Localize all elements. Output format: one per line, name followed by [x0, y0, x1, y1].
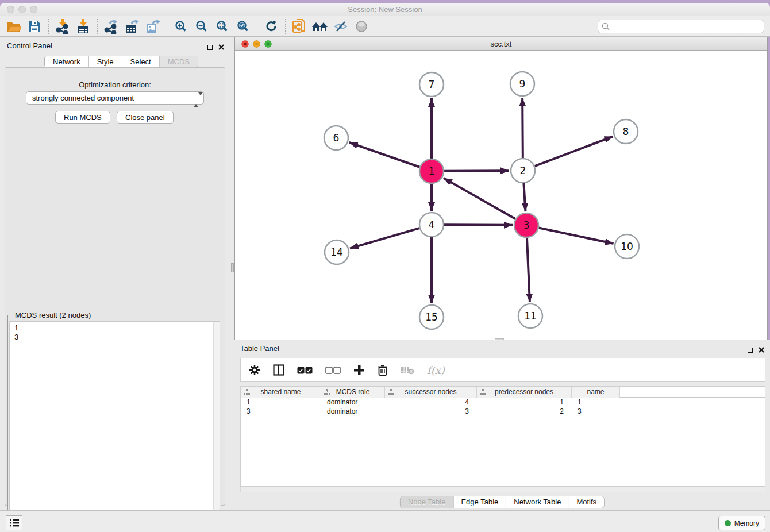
table-toolbar: f(x): [240, 358, 765, 382]
export-image-button[interactable]: [143, 17, 163, 36]
graph-node-label: 8: [623, 126, 629, 137]
graph-edge-2-3[interactable]: [523, 183, 525, 211]
import-table-button[interactable]: [73, 17, 94, 36]
zoom-selected-button[interactable]: [233, 17, 253, 36]
zoom-in-icon: [175, 20, 187, 33]
vertical-splitter[interactable]: [230, 37, 234, 510]
export-table-button[interactable]: [122, 17, 143, 36]
import-network-button[interactable]: [52, 17, 73, 36]
cell-name: 3: [572, 407, 620, 416]
graph-node-label: 3: [523, 219, 530, 231]
tab-motifs[interactable]: Motifs: [569, 496, 604, 508]
memory-label: Memory: [734, 519, 759, 527]
visibility-button[interactable]: [351, 17, 372, 36]
run-mcds-button[interactable]: Run MCDS: [55, 111, 110, 124]
open-folder-icon: [6, 20, 21, 33]
tab-edge-table[interactable]: Edge Table: [453, 496, 506, 508]
deselect-all-button[interactable]: [325, 367, 341, 374]
tab-network[interactable]: Network: [45, 56, 89, 67]
close-panel-action-button[interactable]: Close panel: [117, 111, 174, 124]
network-graph[interactable]: 7968124314101511: [235, 51, 767, 340]
table-panel-title: Table Panel: [240, 344, 279, 353]
cell-mcds-role: dominator: [321, 407, 385, 416]
show-columns-button[interactable]: [273, 364, 284, 376]
table-panel: Table Panel: [234, 340, 770, 510]
plus-icon: [353, 364, 365, 376]
add-row-button[interactable]: [353, 364, 365, 376]
network-files-button[interactable]: [289, 17, 310, 36]
apply-layout-button[interactable]: [261, 17, 282, 36]
table-row[interactable]: 3 dominator 3 2 3: [241, 407, 765, 416]
table-tabs: Node Table Edge Table Network Table Moti…: [400, 496, 605, 508]
memory-status-icon: [725, 520, 731, 526]
float-icon: [748, 348, 753, 353]
graph-edge-1-2[interactable]: [444, 171, 509, 171]
gear-icon: [249, 364, 260, 376]
graph-node-label: 15: [425, 311, 438, 323]
status-bar: Memory: [0, 510, 770, 532]
graph-edge-4-3[interactable]: [444, 225, 513, 225]
table-settings-button[interactable]: [249, 364, 260, 376]
result-scrollbar[interactable]: [213, 322, 220, 531]
node-table[interactable]: shared name MCDS role successor nodes pr…: [240, 386, 765, 487]
graph-edge-3-10[interactable]: [539, 228, 614, 244]
tab-select[interactable]: Select: [122, 56, 160, 67]
graph-edge-3-1[interactable]: [444, 178, 515, 219]
table-row[interactable]: 1 dominator 4 1 1: [241, 398, 765, 407]
column-header-predecessor-nodes[interactable]: predecessor nodes: [477, 387, 572, 398]
zoom-out-button[interactable]: [191, 17, 212, 36]
close-icon: [218, 44, 224, 50]
task-history-button[interactable]: [6, 515, 22, 530]
column-header-mcds-role[interactable]: MCDS role: [321, 387, 385, 398]
network-canvas[interactable]: 7968124314101511: [235, 51, 767, 340]
function-builder-button[interactable]: f(x): [427, 364, 445, 376]
network-view-window: scc.txt 7968124314101511: [234, 37, 768, 340]
cell-predecessor-nodes: 1: [477, 398, 572, 407]
float-table-panel-button[interactable]: [748, 345, 753, 355]
table-horizontal-scrollbar[interactable]: [240, 487, 765, 492]
memory-button[interactable]: Memory: [718, 516, 765, 530]
mcds-result-text: 1 3: [9, 321, 220, 532]
select-all-button[interactable]: [297, 367, 313, 374]
close-panel-button[interactable]: [218, 42, 224, 52]
graph-edge-4-14[interactable]: [350, 228, 419, 248]
window-title: Session: New Session: [0, 3, 770, 16]
cell-shared-name: 3: [241, 407, 321, 416]
dropdown-stepper-icon: [194, 94, 199, 106]
tab-node-table[interactable]: Node Table: [401, 496, 454, 508]
column-header-name[interactable]: name: [572, 387, 620, 398]
optimization-criterion-dropdown[interactable]: strongly connected component: [26, 91, 204, 105]
columns-icon: [273, 364, 284, 376]
column-header-successor-nodes[interactable]: successor nodes: [385, 387, 477, 398]
zoom-in-button[interactable]: [171, 17, 191, 36]
export-network-button[interactable]: [101, 17, 122, 36]
home-button[interactable]: [310, 17, 330, 36]
graph-node-label: 11: [524, 310, 537, 322]
tab-style[interactable]: Style: [89, 56, 122, 67]
save-session-button[interactable]: [24, 17, 45, 36]
mcds-tab-content: Optimization criterion: strongly connect…: [5, 67, 225, 506]
zoom-fit-button[interactable]: [212, 17, 233, 36]
float-icon: [207, 45, 213, 50]
column-type-icon: [324, 389, 330, 395]
checked-boxes-icon: [297, 367, 313, 374]
close-table-panel-button[interactable]: [759, 345, 764, 355]
graph-edge-2-9[interactable]: [522, 98, 523, 158]
column-header-shared-name[interactable]: shared name: [241, 387, 321, 398]
delete-row-button[interactable]: [378, 364, 388, 376]
splitter-grip[interactable]: [231, 263, 234, 272]
tab-mcds[interactable]: MCDS: [160, 56, 198, 67]
network-view-title: scc.txt: [235, 37, 767, 51]
graph-edge-3-11[interactable]: [527, 238, 530, 302]
tab-network-table[interactable]: Network Table: [506, 496, 569, 508]
open-session-button[interactable]: [3, 17, 24, 36]
graph-edge-2-8[interactable]: [535, 137, 613, 167]
export-table-icon: [125, 19, 140, 34]
search-input[interactable]: [598, 20, 764, 33]
delete-table-button[interactable]: [401, 365, 414, 375]
hide-panel-button[interactable]: [330, 17, 351, 36]
cell-successor-nodes: 3: [385, 407, 477, 416]
unchecked-boxes-icon: [325, 367, 341, 374]
graph-edge-1-6[interactable]: [349, 142, 420, 167]
float-panel-button[interactable]: [207, 42, 213, 52]
